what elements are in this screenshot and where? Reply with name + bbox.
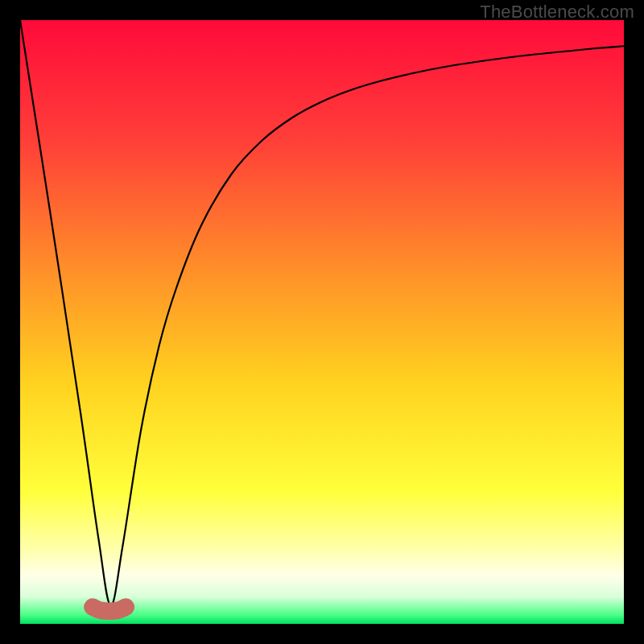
- plot-area: [20, 20, 624, 624]
- bottleneck-chart: [20, 20, 624, 624]
- gradient-background: [20, 20, 624, 624]
- optimal-range-marker: [93, 607, 126, 611]
- watermark-text: TheBottleneck.com: [480, 2, 634, 23]
- chart-frame: TheBottleneck.com: [0, 0, 644, 644]
